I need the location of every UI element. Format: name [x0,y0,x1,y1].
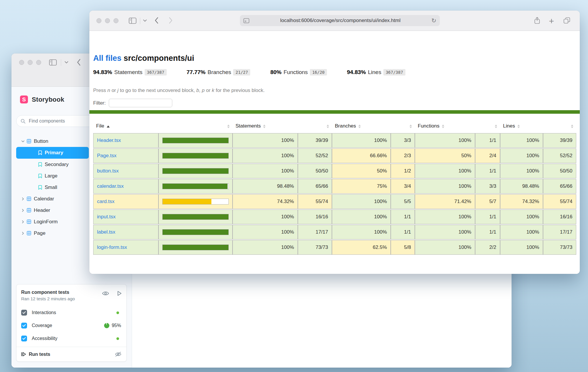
file-link[interactable]: input.tsx [97,214,116,219]
test-toggle-interactions: Interactions [21,308,122,318]
column-header-lines-raw[interactable] [543,120,576,133]
checkbox-checked[interactable] [21,323,27,329]
coverage-value-cell: 1/1 [475,210,500,224]
metrics-row: 94.83%Statements367/38777.77%Branches21/… [93,69,425,76]
column-header-statements-raw[interactable] [298,120,332,133]
watch-mode-off-icon[interactable] [115,351,122,357]
coverage-bar-fill [163,153,228,158]
chevron-down-icon[interactable] [143,19,147,22]
story-bookmark-icon [38,150,42,155]
new-tab-icon[interactable]: + [549,16,554,26]
test-panel-subtitle: Ran 12 tests 2 minutes ago [21,296,122,301]
reload-icon[interactable]: ↻ [431,18,436,24]
all-files-link[interactable]: All files [93,54,121,63]
sort-icon[interactable] [263,125,265,128]
sidebar-toggle-icon[interactable] [129,18,136,24]
column-header-branches-raw[interactable] [391,120,415,133]
coverage-value-cell: 50/50 [298,164,332,178]
filter-input[interactable] [109,99,172,107]
column-header-lines[interactable]: Lines [500,120,543,133]
file-link[interactable]: Header.tsx [97,138,121,143]
coverage-value-cell: 100% [500,225,543,239]
test-toggle-accessibility: Accessibility [21,334,122,343]
watch-eye-icon[interactable] [102,291,109,296]
sort-icon[interactable] [571,125,573,128]
share-icon[interactable] [534,17,540,24]
column-header-file[interactable]: File [93,120,158,133]
coverage-value-cell: 52/52 [298,148,332,163]
coverage-value-cell: 100% [233,210,298,224]
sort-icon[interactable] [410,125,412,128]
coverage-value-cell: 1/1 [475,164,500,178]
sort-icon[interactable] [327,125,329,128]
forward-icon[interactable] [169,17,173,24]
run-tests-button[interactable]: Run tests [21,352,115,357]
file-link[interactable]: button.tsx [97,168,119,174]
address-bar[interactable]: localhost:6006/coverage/src/components/u… [240,15,440,26]
sort-icon[interactable] [517,125,520,128]
chevron-down-icon[interactable] [64,61,69,64]
minimize-window-button[interactable] [28,60,33,65]
run-all-play-icon[interactable] [117,291,122,296]
sidebar-group-label: LoginForm [34,219,58,225]
table-row: card.tsx74.32%55/74100%5/571.42%5/774.32… [93,194,576,209]
coverage-value-cell: 16/16 [543,210,576,224]
tab-overview-icon[interactable] [563,17,570,24]
back-icon[interactable] [155,17,158,24]
test-toggle-label: Interactions [32,310,116,315]
coverage-bar-track [162,229,229,235]
sort-icon[interactable] [358,125,361,128]
sort-icon[interactable] [495,125,497,128]
page-settings-icon[interactable] [243,18,249,23]
coverage-value-cell: 1/2 [391,164,415,178]
component-grid-icon [27,139,31,143]
sort-icon[interactable] [227,125,230,128]
sort-icon[interactable] [442,125,444,128]
zoom-window-button[interactable] [36,60,41,65]
component-grid-icon [27,197,31,201]
chevron-right-icon [21,231,25,235]
zoom-window-button[interactable] [113,18,118,23]
coverage-value-cell: 100% [332,133,391,148]
sidebar-toggle-icon[interactable] [49,59,57,66]
coverage-value-cell: 3/3 [391,133,415,148]
column-header-functions[interactable]: Functions [415,120,475,133]
column-header-chart[interactable] [158,120,233,133]
table-row: label.tsx100%17/17100%1/1100%1/1100%17/1… [93,225,576,239]
window-controls [19,60,41,65]
coverage-value-cell: 1/1 [475,225,500,239]
file-link[interactable]: card.tsx [97,199,115,204]
column-header-functions-raw[interactable] [475,120,500,133]
coverage-value-cell: 100% [332,194,391,209]
back-icon[interactable] [77,58,81,66]
close-window-button[interactable] [19,60,24,65]
metric-functions: 80%Functions16/20 [270,69,327,76]
coverage-value-cell: 71.42% [415,194,475,209]
checkbox-checked[interactable] [21,336,27,341]
current-path: src/components/ui [124,54,194,63]
story-bookmark-icon [38,174,42,178]
table-row: calendar.tsx98.48%65/6675%3/4100%3/398.4… [93,179,576,194]
coverage-value-cell: 100% [233,164,298,178]
file-cell: card.tsx [93,194,158,209]
file-link[interactable]: calendar.tsx [97,183,124,189]
browser-toolbar: localhost:6006/coverage/src/components/u… [89,11,580,31]
coverage-value-cell: 17/17 [543,225,576,239]
file-link[interactable]: Page.tsx [97,153,116,158]
metric-percent: 80% [270,69,281,76]
file-link[interactable]: label.tsx [97,229,115,235]
toolbar-divider [61,59,61,66]
minimize-window-button[interactable] [105,18,110,23]
column-header-branches[interactable]: Branches [332,120,391,133]
file-link[interactable]: login-form.tsx [97,244,127,250]
close-window-button[interactable] [96,18,101,23]
coverage-value-cell: 66.66% [332,148,391,163]
column-header-statements[interactable]: Statements [233,120,298,133]
sidebar-story-primary[interactable]: Primary [16,147,89,159]
window-controls [96,18,118,23]
file-cell: button.tsx [93,164,158,178]
report-breadcrumb: All files src/components/ui [93,54,194,63]
checkbox-checked[interactable] [21,310,27,316]
coverage-value-cell: 3/3 [475,179,500,194]
coverage-value-cell: 100% [233,240,298,255]
